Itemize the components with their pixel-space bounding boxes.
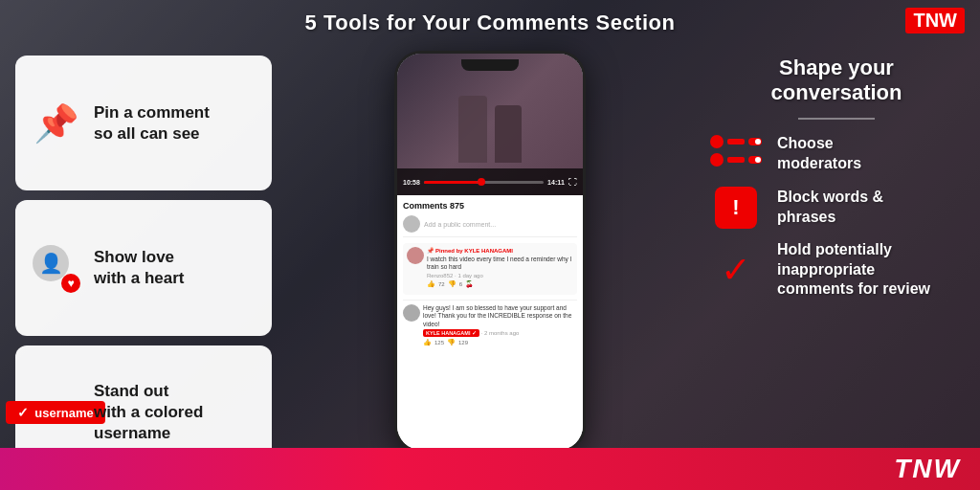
time-end: 14:11 bbox=[547, 179, 565, 186]
block-text: Block words &phrases bbox=[777, 188, 883, 228]
mod-row-2 bbox=[710, 153, 762, 167]
right-title-line2: conversation bbox=[771, 80, 902, 104]
page-title: 5 Tools for Your Comments Section bbox=[305, 11, 676, 35]
mod-person-2 bbox=[710, 153, 724, 167]
mod-toggle-2 bbox=[748, 156, 762, 164]
dislike-icon: 👎 bbox=[448, 280, 457, 288]
feature-card-pin: 📌 Pin a commentso all can see bbox=[15, 56, 272, 190]
hold-text: Hold potentiallyinappropriatecomments fo… bbox=[777, 240, 930, 300]
colored-username-badge: ✓ username bbox=[6, 401, 104, 424]
second-comment-row: Hey guys! I am so blessed to have your s… bbox=[403, 304, 577, 346]
title-bar: 5 Tools for Your Comments Section TNW bbox=[0, 0, 980, 46]
dislike-count: 6 bbox=[459, 281, 462, 287]
colored-subtext: with a colored bbox=[94, 403, 203, 421]
colored-text: Stand out with a colored username bbox=[94, 381, 203, 444]
mod-line-2 bbox=[727, 157, 745, 163]
video-icons: ⛶ bbox=[568, 177, 577, 187]
video-area: 10:58 14:11 ⛶ bbox=[397, 54, 583, 195]
pinned-actions: 👍 72 👎 6 🍒 bbox=[427, 280, 573, 288]
right-feature-moderators: Choosemoderators bbox=[708, 133, 965, 175]
second-text-block: Hey guys! I am so blessed to have your s… bbox=[423, 304, 577, 346]
right-title-line1: Shape your bbox=[779, 56, 894, 79]
colored-icon-area: ✓ username bbox=[31, 401, 80, 424]
comments-header: Comments 875 bbox=[403, 201, 577, 211]
second-avatar bbox=[403, 304, 420, 322]
hold-check-icon: ✓ bbox=[713, 247, 759, 293]
content-row: 📌 Pin a commentso all can see 👤 ♥ bbox=[0, 46, 980, 490]
fullscreen-icon: ⛶ bbox=[568, 177, 577, 187]
right-column: Shape your conversation bbox=[693, 46, 980, 490]
second-time: 2 months ago bbox=[484, 330, 519, 336]
feature-card-heart: 👤 ♥ Show lovewith a heart bbox=[15, 200, 272, 335]
right-title: Shape your conversation bbox=[708, 56, 965, 106]
pinned-avatar bbox=[407, 247, 424, 264]
pin-icon-area: 📌 bbox=[31, 102, 80, 145]
add-comment-avatar bbox=[403, 215, 420, 233]
right-feature-hold: ✓ Hold potentiallyinappropriatecomments … bbox=[708, 240, 965, 300]
heart-icon-area: 👤 ♥ bbox=[31, 245, 80, 291]
second-meta: KYLE HANAGAMI ✓ · 2 months ago bbox=[423, 329, 577, 337]
video-figures bbox=[458, 86, 522, 163]
block-icon-area: ! bbox=[708, 187, 764, 229]
add-comment-row: Add a public comment... bbox=[403, 215, 577, 237]
mod-toggle-1 bbox=[748, 138, 762, 145]
second-dislike-count: 129 bbox=[458, 340, 468, 345]
mod-row-1 bbox=[710, 135, 762, 148]
tnw-logo-top: TNW bbox=[905, 8, 965, 33]
mod-person-1 bbox=[710, 135, 724, 148]
pinned-user: Renzo852 bbox=[427, 273, 453, 278]
phone-notch bbox=[461, 59, 519, 71]
pinned-label: 📌 Pinned by KYLE HANAGAMI bbox=[427, 247, 573, 254]
pin-small-icon: 📌 bbox=[427, 247, 434, 254]
pinned-time: 1 day ago bbox=[457, 273, 482, 278]
progress-bar bbox=[424, 181, 544, 184]
right-features: Choosemoderators ! Block words &phrases … bbox=[708, 133, 965, 300]
emoji-icon: 🍒 bbox=[465, 280, 474, 288]
second-like-count: 125 bbox=[434, 340, 444, 345]
main-container: 5 Tools for Your Comments Section TNW 📌 … bbox=[0, 0, 980, 490]
right-divider bbox=[798, 118, 875, 120]
add-comment-placeholder: Add a public comment... bbox=[424, 221, 496, 228]
pinned-comment-row: 📌 Pinned by KYLE HANAGAMI I watch this v… bbox=[407, 247, 573, 288]
second-dislike-icon: 👎 bbox=[447, 339, 456, 346]
second-like-icon: 👍 bbox=[423, 339, 432, 346]
video-controls: 10:58 14:11 ⛶ bbox=[397, 168, 583, 195]
tnw-brand: TNW bbox=[894, 454, 961, 484]
second-comment: Hey guys! I am so blessed to have your s… bbox=[403, 300, 577, 346]
hold-icon-area: ✓ bbox=[708, 249, 764, 291]
moderators-icon bbox=[710, 135, 762, 173]
creator-badge: KYLE HANAGAMI ✓ bbox=[423, 329, 479, 337]
figure-2 bbox=[495, 105, 522, 163]
pinned-comment-text: I watch this video every time I need a r… bbox=[427, 256, 573, 272]
pinned-comment: 📌 Pinned by KYLE HANAGAMI I watch this v… bbox=[403, 243, 577, 295]
user-silhouette-icon: 👤 bbox=[39, 252, 63, 275]
progress-fill bbox=[424, 181, 478, 184]
heart-user-icon: 👤 ♥ bbox=[33, 245, 78, 291]
moderators-text: Choosemoderators bbox=[777, 134, 861, 174]
block-words-icon: ! bbox=[715, 187, 757, 229]
pinned-by-text: Pinned by KYLE HANAGAMI bbox=[435, 248, 513, 254]
moderators-icon-area bbox=[708, 133, 764, 175]
like-icon: 👍 bbox=[427, 280, 435, 288]
time-start: 10:58 bbox=[403, 179, 420, 186]
phone-mockup: 10:58 14:11 ⛶ Com bbox=[394, 51, 586, 453]
heart-badge: ♥ bbox=[61, 274, 80, 293]
mod-line-1 bbox=[727, 139, 745, 145]
right-feature-block: ! Block words &phrases bbox=[708, 187, 965, 229]
second-comment-text: Hey guys! I am so blessed to have your s… bbox=[423, 304, 577, 328]
bottom-bar: TNW bbox=[0, 448, 980, 490]
pinned-text-block: 📌 Pinned by KYLE HANAGAMI I watch this v… bbox=[427, 247, 573, 288]
phone-screen: 10:58 14:11 ⛶ Com bbox=[397, 54, 583, 450]
second-actions: 👍 125 👎 129 bbox=[423, 339, 577, 346]
check-icon: ✓ bbox=[17, 405, 29, 420]
figure-1 bbox=[458, 96, 487, 163]
like-count: 72 bbox=[438, 281, 445, 287]
comments-area: Comments 875 Add a public comment... bbox=[397, 195, 583, 450]
colored-username-label: username bbox=[94, 424, 170, 442]
pin-icon: 📌 bbox=[33, 102, 78, 145]
heart-text: Show lovewith a heart bbox=[94, 247, 184, 289]
pinned-meta: Renzo852 · 1 day ago bbox=[427, 273, 573, 278]
center-column: 10:58 14:11 ⛶ Com bbox=[287, 46, 693, 490]
progress-dot bbox=[478, 178, 485, 186]
pin-text: Pin a commentso all can see bbox=[94, 102, 210, 145]
